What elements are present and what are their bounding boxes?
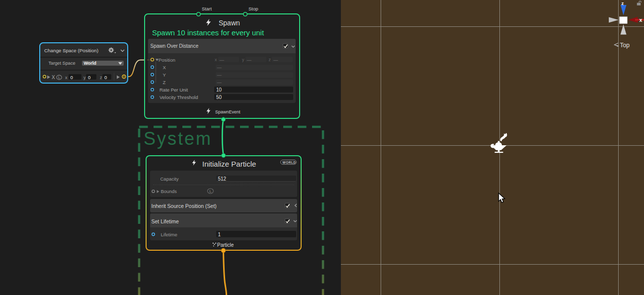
svg-text:Top: Top xyxy=(620,42,630,49)
svg-text:z: z xyxy=(622,0,624,6)
svg-text:System: System xyxy=(144,128,212,149)
svg-text:L: L xyxy=(58,75,60,80)
svg-text:x: x xyxy=(640,17,643,23)
svg-text:L: L xyxy=(209,189,211,194)
